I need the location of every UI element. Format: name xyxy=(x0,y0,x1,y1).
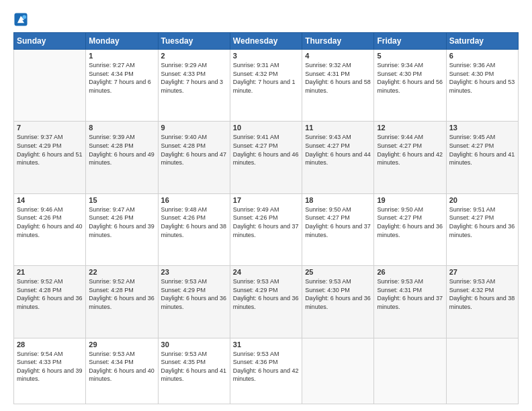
day-info: Sunrise: 9:40 AMSunset: 4:28 PMDaylight:… xyxy=(161,133,227,167)
day-info: Sunrise: 9:53 AMSunset: 4:32 PMDaylight:… xyxy=(449,277,515,311)
day-number: 13 xyxy=(449,124,515,132)
calendar-cell: 11Sunrise: 9:43 AMSunset: 4:27 PMDayligh… xyxy=(302,122,374,193)
day-number: 29 xyxy=(89,340,154,349)
calendar-week-row: 7Sunrise: 9:37 AMSunset: 4:29 PMDaylight… xyxy=(14,122,519,193)
day-number: 6 xyxy=(449,52,515,60)
day-info: Sunrise: 9:37 AMSunset: 4:29 PMDaylight:… xyxy=(17,133,83,167)
calendar-cell: 15Sunrise: 9:47 AMSunset: 4:26 PMDayligh… xyxy=(86,193,158,265)
calendar-week-row: 1Sunrise: 9:27 AMSunset: 4:34 PMDaylight… xyxy=(14,50,519,122)
day-info: Sunrise: 9:43 AMSunset: 4:27 PMDaylight:… xyxy=(305,133,371,167)
day-info: Sunrise: 9:53 AMSunset: 4:29 PMDaylight:… xyxy=(233,277,299,311)
calendar-cell: 5Sunrise: 9:34 AMSunset: 4:30 PMDaylight… xyxy=(374,50,446,122)
day-number: 30 xyxy=(161,340,227,349)
calendar-cell: 18Sunrise: 9:50 AMSunset: 4:27 PMDayligh… xyxy=(302,193,374,265)
day-info: Sunrise: 9:50 AMSunset: 4:27 PMDaylight:… xyxy=(305,205,371,239)
calendar-cell: 8Sunrise: 9:39 AMSunset: 4:28 PMDaylight… xyxy=(86,122,158,193)
day-number: 8 xyxy=(89,124,154,132)
col-header-wednesday: Wednesday xyxy=(230,33,302,50)
day-number: 28 xyxy=(17,340,83,349)
day-number: 5 xyxy=(377,52,443,60)
col-header-sunday: Sunday xyxy=(14,33,86,50)
day-info: Sunrise: 9:44 AMSunset: 4:27 PMDaylight:… xyxy=(377,133,443,167)
day-number: 16 xyxy=(161,196,227,204)
day-info: Sunrise: 9:54 AMSunset: 4:33 PMDaylight:… xyxy=(17,350,83,383)
logo xyxy=(13,12,30,27)
day-number: 25 xyxy=(305,268,371,276)
day-info: Sunrise: 9:47 AMSunset: 4:26 PMDaylight:… xyxy=(89,205,154,239)
day-info: Sunrise: 9:53 AMSunset: 4:29 PMDaylight:… xyxy=(161,277,227,311)
calendar-cell: 10Sunrise: 9:41 AMSunset: 4:27 PMDayligh… xyxy=(230,122,302,193)
calendar-cell: 29Sunrise: 9:53 AMSunset: 4:34 PMDayligh… xyxy=(86,338,158,404)
calendar-cell: 25Sunrise: 9:53 AMSunset: 4:30 PMDayligh… xyxy=(302,266,374,338)
day-info: Sunrise: 9:41 AMSunset: 4:27 PMDaylight:… xyxy=(233,133,299,167)
day-number: 2 xyxy=(161,52,227,60)
calendar-cell: 16Sunrise: 9:48 AMSunset: 4:26 PMDayligh… xyxy=(158,193,230,265)
calendar-cell: 7Sunrise: 9:37 AMSunset: 4:29 PMDaylight… xyxy=(14,122,86,193)
calendar-cell xyxy=(302,338,374,404)
calendar-cell: 21Sunrise: 9:52 AMSunset: 4:28 PMDayligh… xyxy=(14,266,86,338)
day-number: 4 xyxy=(305,52,371,60)
calendar-cell: 31Sunrise: 9:53 AMSunset: 4:36 PMDayligh… xyxy=(230,338,302,404)
day-number: 9 xyxy=(161,124,227,132)
day-info: Sunrise: 9:34 AMSunset: 4:30 PMDaylight:… xyxy=(377,61,443,95)
day-info: Sunrise: 9:52 AMSunset: 4:28 PMDaylight:… xyxy=(17,277,83,311)
day-number: 19 xyxy=(377,196,443,204)
calendar-week-row: 28Sunrise: 9:54 AMSunset: 4:33 PMDayligh… xyxy=(14,338,519,404)
day-number: 22 xyxy=(89,268,154,276)
day-number: 12 xyxy=(377,124,443,132)
day-number: 11 xyxy=(305,124,371,132)
day-number: 1 xyxy=(89,52,154,60)
day-info: Sunrise: 9:36 AMSunset: 4:30 PMDaylight:… xyxy=(449,61,515,95)
calendar-cell: 13Sunrise: 9:45 AMSunset: 4:27 PMDayligh… xyxy=(446,122,518,193)
calendar-table: SundayMondayTuesdayWednesdayThursdayFrid… xyxy=(13,32,519,404)
day-info: Sunrise: 9:31 AMSunset: 4:32 PMDaylight:… xyxy=(233,61,299,95)
calendar-cell: 26Sunrise: 9:53 AMSunset: 4:31 PMDayligh… xyxy=(374,266,446,338)
header xyxy=(13,12,519,27)
calendar-cell: 24Sunrise: 9:53 AMSunset: 4:29 PMDayligh… xyxy=(230,266,302,338)
day-number: 23 xyxy=(161,268,227,276)
col-header-monday: Monday xyxy=(86,33,158,50)
day-number: 15 xyxy=(89,196,154,204)
calendar-cell xyxy=(374,338,446,404)
calendar-header-row: SundayMondayTuesdayWednesdayThursdayFrid… xyxy=(14,33,519,50)
logo-icon xyxy=(13,12,28,27)
day-info: Sunrise: 9:46 AMSunset: 4:26 PMDaylight:… xyxy=(17,205,83,239)
calendar-cell: 19Sunrise: 9:50 AMSunset: 4:27 PMDayligh… xyxy=(374,193,446,265)
col-header-tuesday: Tuesday xyxy=(158,33,230,50)
day-info: Sunrise: 9:48 AMSunset: 4:26 PMDaylight:… xyxy=(161,205,227,239)
day-info: Sunrise: 9:53 AMSunset: 4:34 PMDaylight:… xyxy=(89,350,154,383)
calendar-cell xyxy=(14,50,86,122)
calendar-cell: 9Sunrise: 9:40 AMSunset: 4:28 PMDaylight… xyxy=(158,122,230,193)
day-info: Sunrise: 9:27 AMSunset: 4:34 PMDaylight:… xyxy=(89,61,154,95)
day-info: Sunrise: 9:53 AMSunset: 4:35 PMDaylight:… xyxy=(161,350,227,383)
day-number: 26 xyxy=(377,268,443,276)
day-number: 14 xyxy=(17,196,83,204)
calendar-cell xyxy=(446,338,518,404)
col-header-thursday: Thursday xyxy=(302,33,374,50)
day-info: Sunrise: 9:53 AMSunset: 4:31 PMDaylight:… xyxy=(377,277,443,311)
day-info: Sunrise: 9:53 AMSunset: 4:36 PMDaylight:… xyxy=(233,350,299,383)
calendar-cell: 6Sunrise: 9:36 AMSunset: 4:30 PMDaylight… xyxy=(446,50,518,122)
day-info: Sunrise: 9:50 AMSunset: 4:27 PMDaylight:… xyxy=(377,205,443,239)
col-header-friday: Friday xyxy=(374,33,446,50)
day-number: 27 xyxy=(449,268,515,276)
calendar-cell: 1Sunrise: 9:27 AMSunset: 4:34 PMDaylight… xyxy=(86,50,158,122)
calendar-cell: 23Sunrise: 9:53 AMSunset: 4:29 PMDayligh… xyxy=(158,266,230,338)
calendar-cell: 28Sunrise: 9:54 AMSunset: 4:33 PMDayligh… xyxy=(14,338,86,404)
day-info: Sunrise: 9:52 AMSunset: 4:28 PMDaylight:… xyxy=(89,277,154,311)
day-info: Sunrise: 9:29 AMSunset: 4:33 PMDaylight:… xyxy=(161,61,227,95)
calendar-cell: 4Sunrise: 9:32 AMSunset: 4:31 PMDaylight… xyxy=(302,50,374,122)
day-info: Sunrise: 9:32 AMSunset: 4:31 PMDaylight:… xyxy=(305,61,371,95)
day-info: Sunrise: 9:51 AMSunset: 4:27 PMDaylight:… xyxy=(449,205,515,239)
calendar-cell: 17Sunrise: 9:49 AMSunset: 4:26 PMDayligh… xyxy=(230,193,302,265)
day-number: 21 xyxy=(17,268,83,276)
col-header-saturday: Saturday xyxy=(446,33,518,50)
day-number: 3 xyxy=(233,52,299,60)
day-info: Sunrise: 9:45 AMSunset: 4:27 PMDaylight:… xyxy=(449,133,515,167)
calendar-week-row: 14Sunrise: 9:46 AMSunset: 4:26 PMDayligh… xyxy=(14,193,519,265)
calendar-cell: 3Sunrise: 9:31 AMSunset: 4:32 PMDaylight… xyxy=(230,50,302,122)
day-info: Sunrise: 9:53 AMSunset: 4:30 PMDaylight:… xyxy=(305,277,371,311)
calendar-cell: 22Sunrise: 9:52 AMSunset: 4:28 PMDayligh… xyxy=(86,266,158,338)
calendar-cell: 27Sunrise: 9:53 AMSunset: 4:32 PMDayligh… xyxy=(446,266,518,338)
svg-point-2 xyxy=(22,15,26,19)
